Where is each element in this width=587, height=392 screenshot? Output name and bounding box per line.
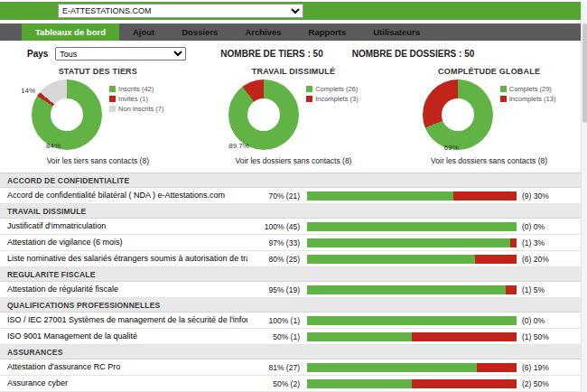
chart-title: STATUT DES TIERS [0, 67, 196, 78]
document-label: ISO / IEC 27001 Systèmes de management d… [7, 315, 247, 325]
tab-rapports[interactable]: Rapports [295, 23, 360, 41]
legend-label: Complets (29) [509, 85, 552, 93]
chart-link[interactable]: Voir les dossiers sans contacts (8) [196, 156, 392, 165]
completion-bar [307, 316, 517, 325]
tiers-count: NOMBRE DE TIERS : 50 [220, 49, 322, 59]
organization-select[interactable]: E-ATTESTATIONS.COM [58, 4, 303, 18]
completion-bar [307, 332, 517, 341]
completion-left-text: 50% (2) [247, 379, 300, 388]
legend-label: Incomplets (3) [315, 95, 359, 103]
slice-percent-label: 84% [46, 142, 61, 150]
tab-archives[interactable]: Archives [231, 23, 294, 41]
completion-bar-fill [307, 238, 510, 247]
document-label: Attestation de vigilance (6 mois) [7, 238, 247, 247]
completion-right-text: (1) 5% [522, 285, 569, 294]
chart-legend: Inscrits (42)Invités (1)Non inscrits (7) [109, 79, 163, 150]
legend-item[interactable]: Incomplets (13) [500, 95, 556, 103]
section-header: ACCORD DE CONFIDENTIALITE [0, 173, 587, 188]
completion-bar [307, 285, 517, 294]
completion-right-text: (2) 50% [522, 379, 569, 388]
donut-wrap: 14%84% [32, 79, 102, 150]
chart-body: 89.7% Complets (26)Incomplets (3) [196, 79, 392, 150]
charts-row: STATUT DES TIERS 14%84% Inscrits (42)Inv… [0, 67, 587, 165]
document-label: Justificatif d'immatriculation [7, 221, 247, 231]
completion-left-text: 100% (45) [247, 222, 300, 231]
completion-right-text: (9) 30% [522, 191, 569, 201]
tab-dossiers[interactable]: Dossiers [168, 23, 231, 41]
scrollbar-thumb[interactable] [582, 23, 587, 123]
pays-select[interactable]: Tous [55, 47, 186, 61]
document-row[interactable]: Assurance cyber50% (2)(2) 50% [0, 376, 587, 392]
chart-link[interactable]: Voir les dossiers sans contacts (8) [391, 156, 587, 165]
filters-row: Pays Tous NOMBRE DE TIERS : 50 NOMBRE DE… [27, 46, 587, 61]
slice-percent-label: 14% [21, 87, 35, 95]
legend-label: Incomplets (13) [509, 95, 556, 103]
completion-left-text: 100% (1) [247, 316, 300, 325]
tab-utilisateurs[interactable]: Utilisateurs [359, 23, 433, 41]
document-label: Attestation de régularité fiscale [7, 285, 247, 294]
document-label: Assurance cyber [7, 378, 247, 388]
legend-item[interactable]: Incomplets (3) [306, 95, 359, 103]
completion-bar [307, 222, 517, 231]
donut-wrap: 89.7% [228, 79, 299, 150]
legend-swatch [109, 96, 116, 102]
section-header: REGULARITE FISCALE [0, 267, 587, 282]
legend-swatch [109, 106, 116, 112]
section-header: QUALIFICATIONS PROFESSIONNELLES [0, 298, 587, 313]
chart-title: COMPLÉTUDE GLOBALE [391, 67, 587, 78]
document-row[interactable]: ISO / IEC 27001 Systèmes de management d… [0, 313, 587, 329]
chart-body: 14%84% Inscrits (42)Invités (1)Non inscr… [0, 79, 196, 150]
section-header: TRAVAIL DISSIMULE [0, 204, 587, 219]
completion-bar [307, 191, 517, 201]
legend-item[interactable]: Inscrits (42) [109, 85, 163, 93]
document-row[interactable]: Attestation de régularité fiscale95% (19… [0, 282, 587, 298]
donut-chart[interactable] [32, 79, 102, 150]
document-row[interactable]: ISO 9001 Management de la qualité50% (1)… [0, 329, 587, 345]
donut-chart[interactable] [423, 79, 493, 150]
pays-label: Pays [27, 49, 48, 59]
completion-bar [307, 363, 517, 372]
legend-item[interactable]: Complets (26) [306, 85, 359, 93]
completion-bar-fill [307, 363, 477, 372]
document-row[interactable]: Attestation d'assurance RC Pro81% (27)(6… [0, 359, 587, 376]
legend-item[interactable]: Non inscrits (7) [109, 105, 163, 113]
slice-percent-label: 89.7% [228, 142, 249, 150]
completion-right-text: (1) 3% [522, 238, 569, 247]
main-nav: Tableaux de bord Ajout Dossiers Archives… [0, 23, 587, 41]
chart-title: TRAVAIL DISSIMULÉ [196, 67, 392, 78]
document-row[interactable]: Accord de confidentialité bilatéral ( ND… [0, 188, 587, 204]
completion-bar-fill [307, 222, 517, 231]
document-row[interactable]: Justificatif d'immatriculation100% (45)(… [0, 219, 587, 235]
dashboard-page: E-ATTESTATIONS.COM Tableaux de bord Ajou… [0, 2, 587, 392]
completion-left-text: 95% (19) [247, 285, 300, 294]
chart-link[interactable]: Voir les tiers sans contacts (8) [0, 156, 196, 165]
legend-swatch [306, 96, 312, 102]
section-header: ASSURANCES [0, 345, 587, 359]
completion-bar-fill [307, 285, 506, 294]
legend-label: Non inscrits (7) [118, 105, 163, 113]
legend-swatch [109, 86, 116, 92]
topbar: E-ATTESTATIONS.COM [0, 2, 587, 20]
completion-right-text: (1) 50% [522, 332, 569, 341]
scrollbar[interactable] [581, 2, 587, 392]
completion-left-text: 50% (1) [247, 332, 300, 341]
chart-body: 69% Complets (29)Incomplets (13) [391, 79, 587, 150]
completion-right-text: (0) 0% [522, 222, 569, 231]
legend-swatch [306, 86, 312, 92]
tab-ajout[interactable]: Ajout [119, 23, 168, 41]
completion-left-text: 80% (25) [247, 255, 300, 264]
document-row[interactable]: Liste nominative des salariés étrangers … [0, 251, 587, 267]
legend-item[interactable]: Invités (1) [109, 95, 163, 103]
completion-right-text: (0) 0% [522, 316, 569, 325]
legend-label: Inscrits (42) [118, 85, 154, 93]
chart-travail-dissimule: TRAVAIL DISSIMULÉ 89.7% Complets (26)Inc… [196, 67, 392, 165]
completion-right-text: (6) 20% [522, 255, 569, 264]
legend-item[interactable]: Complets (29) [500, 85, 556, 93]
donut-chart[interactable] [228, 79, 299, 150]
completion-bar [307, 379, 517, 388]
chart-statut-des-tiers: STATUT DES TIERS 14%84% Inscrits (42)Inv… [0, 67, 196, 165]
dossiers-count: NOMBRE DE DOSSIERS : 50 [352, 49, 475, 59]
document-row[interactable]: Attestation de vigilance (6 mois)97% (33… [0, 235, 587, 251]
tab-tableaux-de-bord[interactable]: Tableaux de bord [22, 23, 119, 41]
chart-legend: Complets (26)Incomplets (3) [306, 79, 359, 150]
